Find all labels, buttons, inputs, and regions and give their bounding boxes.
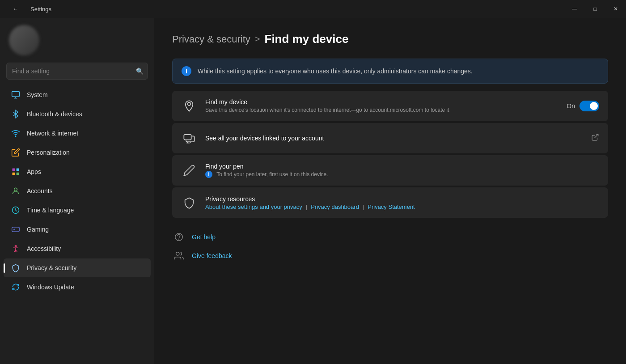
svg-point-1 <box>15 136 16 137</box>
pen-text: Find your pen i To find your pen later, … <box>205 163 599 178</box>
minimize-button[interactable]: — <box>564 0 585 18</box>
back-button[interactable]: ← <box>5 0 26 18</box>
sidebar-item-label-apps: Apps <box>27 168 41 175</box>
give-feedback-item[interactable]: Give feedback <box>172 249 608 262</box>
search-box[interactable]: 🔍 <box>6 63 148 80</box>
find-device-desc: Save this device's location when it's co… <box>205 106 558 114</box>
find-device-toggle[interactable] <box>579 101 599 111</box>
privacy-links: About these settings and your privacy | … <box>205 203 599 210</box>
info-icon: i <box>182 66 191 76</box>
sidebar-item-accessibility[interactable]: Accessibility <box>4 239 151 258</box>
svg-rect-8 <box>12 227 20 232</box>
search-input[interactable] <box>6 63 148 80</box>
privacy-link-dashboard[interactable]: Privacy dashboard <box>311 203 359 210</box>
privacy-sep-2: | <box>363 203 364 210</box>
bluetooth-icon <box>11 109 21 119</box>
privacy-link-about[interactable]: About these settings and your privacy <box>205 203 302 210</box>
sidebar-item-label-privacy: Privacy & security <box>27 264 76 271</box>
time-icon <box>11 205 21 215</box>
breadcrumb-current: Find my device <box>265 32 349 46</box>
title-bar-left: ← Settings <box>5 0 51 18</box>
privacy-resources-icon <box>181 195 197 211</box>
svg-point-9 <box>15 245 16 247</box>
sidebar-item-label-personalization: Personalization <box>27 149 70 156</box>
app-body: 🔍 System Bluetooth & devices Network & i… <box>0 18 626 364</box>
accessibility-icon <box>11 244 21 254</box>
gaming-icon <box>11 224 21 234</box>
sidebar-item-update[interactable]: Windows Update <box>4 278 151 296</box>
sidebar-item-accounts[interactable]: Accounts <box>4 182 151 200</box>
card-see-all-devices[interactable]: See all your devices linked to your acco… <box>172 123 608 153</box>
pen-sub-info: i To find your pen later, first use it o… <box>205 171 599 178</box>
svg-point-15 <box>176 252 179 255</box>
svg-point-6 <box>14 188 17 191</box>
give-feedback-link[interactable]: Give feedback <box>192 252 232 259</box>
privacy-link-statement[interactable]: Privacy Statement <box>368 203 415 210</box>
sidebar-item-label-gaming: Gaming <box>27 226 49 233</box>
sidebar-nav: System Bluetooth & devices Network & int… <box>0 85 154 297</box>
find-device-text: Find my device Save this device's locati… <box>205 98 558 114</box>
svg-rect-5 <box>17 173 19 175</box>
sidebar-item-time[interactable]: Time & language <box>4 201 151 220</box>
pen-info-icon: i <box>205 171 212 178</box>
find-device-title: Find my device <box>205 98 558 106</box>
sidebar-item-label-bluetooth: Bluetooth & devices <box>27 110 82 118</box>
sidebar-item-network[interactable]: Network & internet <box>4 124 151 143</box>
sidebar-item-label-time: Time & language <box>27 207 74 214</box>
see-devices-title: See all your devices linked to your acco… <box>205 135 583 142</box>
breadcrumb-separator: > <box>255 34 260 44</box>
sidebar-item-label-update: Windows Update <box>27 284 74 291</box>
info-banner-text: While this setting applies to everyone w… <box>198 68 473 75</box>
breadcrumb: Privacy & security > Find my device <box>172 32 608 46</box>
see-devices-icon <box>181 130 197 146</box>
sidebar-item-apps[interactable]: Apps <box>4 162 151 181</box>
give-feedback-icon <box>172 249 186 262</box>
card-privacy-resources[interactable]: Privacy resources About these settings a… <box>172 187 608 218</box>
sidebar-item-system[interactable]: System <box>4 85 151 104</box>
see-devices-text: See all your devices linked to your acco… <box>205 135 583 142</box>
sidebar: 🔍 System Bluetooth & devices Network & i… <box>0 18 154 364</box>
svg-point-10 <box>188 102 191 106</box>
avatar <box>9 25 39 55</box>
sidebar-item-label-accounts: Accounts <box>27 187 53 195</box>
find-device-icon <box>181 98 197 114</box>
network-icon <box>11 128 21 138</box>
see-devices-right <box>591 133 599 143</box>
breadcrumb-parent[interactable]: Privacy & security <box>172 34 250 45</box>
sidebar-item-label-network: Network & internet <box>27 130 78 137</box>
sidebar-item-label-system: System <box>27 91 48 98</box>
get-help-item[interactable]: Get help <box>172 230 608 244</box>
update-icon <box>11 282 21 292</box>
back-icon: ← <box>13 6 18 12</box>
user-avatar-section <box>0 18 154 63</box>
pen-title: Find your pen <box>205 163 599 170</box>
get-help-icon <box>172 230 186 244</box>
get-help-link[interactable]: Get help <box>192 233 216 241</box>
svg-rect-0 <box>12 92 20 97</box>
content-area: Privacy & security > Find my device i Wh… <box>154 18 626 364</box>
close-button[interactable]: ✕ <box>605 0 626 18</box>
sidebar-item-privacy[interactable]: Privacy & security <box>4 258 151 277</box>
find-device-toggle-area: On <box>567 101 599 111</box>
privacy-resources-title: Privacy resources <box>205 195 599 203</box>
app-title: Settings <box>30 6 51 13</box>
sidebar-item-label-accessibility: Accessibility <box>27 245 61 252</box>
apps-icon <box>11 167 21 177</box>
privacy-sep-1: | <box>306 203 307 210</box>
personalization-icon <box>11 148 21 157</box>
sidebar-item-bluetooth[interactable]: Bluetooth & devices <box>4 105 151 123</box>
accounts-icon <box>11 186 21 196</box>
card-find-your-pen[interactable]: Find your pen i To find your pen later, … <box>172 155 608 186</box>
sidebar-item-personalization[interactable]: Personalization <box>4 143 151 162</box>
pen-icon <box>181 162 197 178</box>
maximize-button[interactable]: □ <box>585 0 605 18</box>
card-find-my-device[interactable]: Find my device Save this device's locati… <box>172 91 608 121</box>
close-icon: ✕ <box>613 6 618 12</box>
privacy-icon <box>11 263 21 273</box>
sidebar-item-gaming[interactable]: Gaming <box>4 220 151 239</box>
svg-rect-4 <box>13 173 15 175</box>
svg-line-12 <box>595 134 598 138</box>
external-link-icon <box>591 133 599 143</box>
maximize-icon: □ <box>593 6 596 12</box>
system-icon <box>11 90 21 100</box>
